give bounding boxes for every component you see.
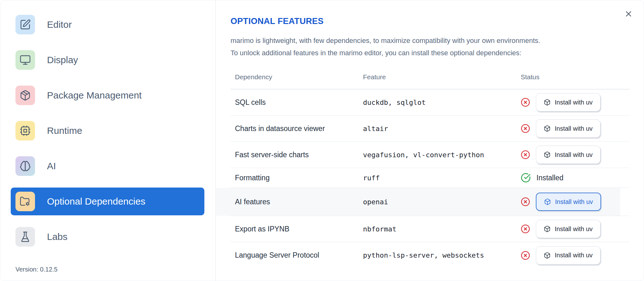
sidebar-item-label: AI (47, 161, 56, 171)
sidebar-item-ai[interactable]: AI (11, 152, 204, 180)
sidebar-item-label: Labs (47, 231, 67, 242)
package-box-icon (544, 252, 551, 259)
settings-sidebar: Editor Display Package Management Runtim… (0, 0, 216, 281)
editor-tile (15, 15, 35, 34)
not-installed-icon (521, 197, 530, 206)
status-cell: Install with uv (521, 93, 629, 111)
package-box-icon (544, 198, 551, 205)
sidebar-item-label: Optional Dependencies (47, 196, 145, 207)
not-installed-icon (521, 150, 530, 159)
install-button-label: Install with uv (555, 198, 593, 206)
sidebar-item-editor[interactable]: Editor (11, 11, 204, 39)
installed-check-icon (521, 173, 531, 183)
package-box-icon (544, 151, 551, 158)
sidebar-item-label: Display (47, 55, 78, 65)
table-header: Dependency Feature Status (231, 59, 629, 89)
feature-cell: python-lsp-server, websockets (363, 251, 521, 259)
brain-icon (20, 160, 31, 172)
installed-label: Installed (536, 174, 564, 182)
not-installed-icon (521, 124, 530, 133)
not-installed-icon (521, 224, 530, 234)
package-box-icon (544, 99, 551, 106)
package-box-icon (544, 125, 551, 132)
runtime-tile (15, 121, 35, 140)
feature-cell: ruff (363, 174, 521, 182)
description-line-1: marimo is lightweight, with few dependen… (231, 34, 629, 47)
package-management-tile (15, 86, 35, 105)
dependency-cell: AI features (231, 198, 363, 206)
feature-cell: openai (363, 198, 521, 206)
description-line-2: To unlock additional features in the mar… (231, 47, 629, 59)
version-label: Version: 0.12.5 (15, 266, 57, 273)
dependency-cell: Charts in datasource viewer (231, 124, 363, 133)
status-cell: Install with uv (521, 119, 629, 138)
install-with-uv-button[interactable]: Install with uv (536, 146, 600, 164)
table-row-charts-datasource: Charts in datasource viewer altair Insta… (231, 116, 629, 142)
feature-cell: vegafusion, vl-convert-python (363, 151, 521, 159)
install-button-label: Install with uv (555, 99, 593, 106)
install-button-label: Install with uv (555, 125, 593, 132)
table-row-formatting: Formatting ruff Installed (231, 168, 629, 188)
sidebar-item-label: Editor (47, 19, 72, 30)
sidebar-item-runtime[interactable]: Runtime (11, 117, 204, 145)
dependency-cell: Export as IPYNB (231, 225, 363, 233)
dependency-cell: Fast server-side charts (231, 151, 363, 159)
not-installed-icon (521, 251, 530, 260)
folder-cog-icon (20, 196, 31, 207)
sidebar-item-labs[interactable]: Labs (11, 223, 204, 251)
sidebar-item-display[interactable]: Display (11, 46, 204, 74)
flask-icon (20, 231, 31, 242)
sidebar-nav: Editor Display Package Management Runtim… (0, 0, 215, 251)
install-button-label: Install with uv (555, 151, 593, 158)
dependency-cell: Language Server Protocol (231, 251, 363, 260)
table-row-export-ipynb: Export as IPYNB nbformat Install with uv (231, 216, 629, 242)
not-installed-icon (521, 98, 530, 107)
feature-cell: altair (363, 125, 521, 133)
column-header-feature: Feature (363, 73, 521, 81)
status-cell: Install with uv (521, 220, 629, 238)
install-with-uv-button[interactable]: Install with uv (536, 119, 600, 138)
optional-features-panel: OPTIONAL FEATURES marimo is lightweight,… (216, 0, 644, 281)
pencil-square-icon (20, 19, 31, 30)
monitor-icon (20, 54, 31, 66)
dependencies-table: SQL cells duckdb, sqlglot Install with u… (231, 89, 629, 268)
sidebar-item-optional-dependencies[interactable]: Optional Dependencies (11, 188, 204, 215)
status-cell: Install with uv (521, 146, 629, 164)
install-with-uv-button[interactable]: Install with uv (536, 246, 600, 265)
sidebar-item-label: Package Management (47, 90, 142, 101)
labs-tile (15, 227, 35, 247)
status-cell: Installed (521, 173, 629, 183)
close-button[interactable] (623, 9, 634, 20)
install-button-label: Install with uv (555, 225, 593, 233)
table-row-ai-features: AI features openai Install with uv (231, 188, 629, 216)
feature-cell: nbformat (363, 225, 521, 233)
install-with-uv-button[interactable]: Install with uv (536, 93, 600, 111)
dependency-cell: SQL cells (231, 98, 363, 107)
sidebar-item-package-management[interactable]: Package Management (11, 81, 204, 109)
sidebar-item-label: Runtime (47, 125, 82, 136)
install-with-uv-button[interactable]: Install with uv (536, 220, 600, 238)
cpu-icon (20, 125, 31, 136)
settings-dialog: Editor Display Package Management Runtim… (0, 0, 644, 281)
status-cell: Install with uv (521, 246, 629, 265)
column-header-dependency: Dependency (231, 73, 363, 81)
table-row-sql-cells: SQL cells duckdb, sqlglot Install with u… (231, 89, 629, 116)
close-icon (624, 9, 633, 18)
page-title: OPTIONAL FEATURES (231, 16, 629, 26)
display-tile (15, 50, 35, 70)
ai-tile (15, 156, 35, 176)
package-box-icon (544, 225, 551, 232)
panel-description: marimo is lightweight, with few dependen… (231, 34, 629, 59)
table-row-lsp: Language Server Protocol python-lsp-serv… (231, 242, 629, 268)
column-header-status: Status (521, 73, 629, 81)
status-cell: Install with uv (521, 193, 629, 211)
dependency-cell: Formatting (231, 174, 363, 182)
optional-dependencies-tile (15, 192, 35, 211)
table-row-fast-charts: Fast server-side charts vegafusion, vl-c… (231, 142, 629, 168)
feature-cell: duckdb, sqlglot (363, 99, 521, 106)
install-button-label: Install with uv (555, 252, 593, 259)
install-with-uv-button-focused[interactable]: Install with uv (536, 193, 601, 211)
package-icon (20, 90, 31, 101)
